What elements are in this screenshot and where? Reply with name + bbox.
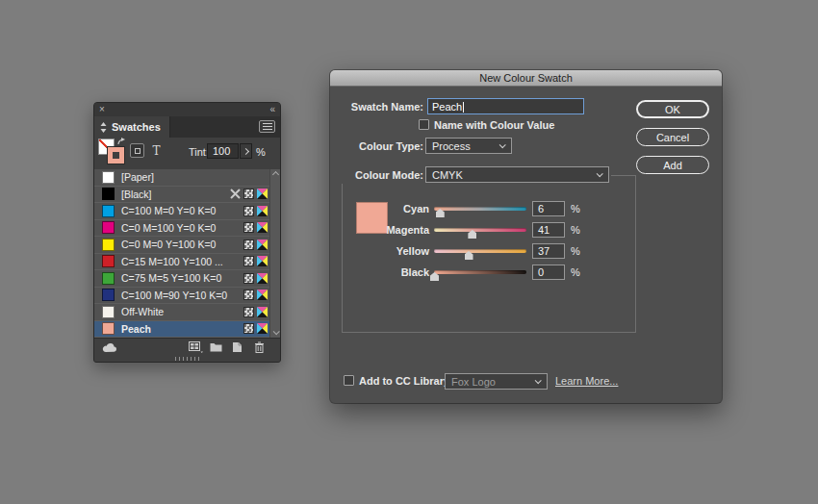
panel-collapse-icon[interactable]: «: [269, 105, 275, 114]
non-editable-icon: [230, 189, 241, 199]
cc-libraries-icon[interactable]: [102, 341, 118, 353]
colour-mode-value: CMYK: [432, 169, 463, 181]
swatch-views-icon[interactable]: [189, 341, 203, 353]
cmyk-icon: [257, 239, 268, 250]
swatch-row[interactable]: C=75 M=5 Y=100 K=0: [94, 270, 280, 288]
checkerboard-icon: [243, 206, 254, 216]
new-colour-group-icon[interactable]: [210, 341, 222, 352]
swatch-indicators: [243, 307, 268, 317]
formatting-affects-text-icon[interactable]: T: [149, 143, 164, 158]
channel-value-field[interactable]: 0: [532, 265, 565, 280]
cmyk-icon: [257, 256, 268, 266]
channel-value-field[interactable]: 6: [532, 201, 565, 216]
swatch-name: [Paper]: [121, 171, 268, 183]
chevron-down-icon: [535, 377, 542, 384]
swatch-indicators: [243, 239, 268, 250]
add-button[interactable]: Add: [636, 156, 709, 174]
new-swatch-icon[interactable]: [232, 341, 243, 353]
tab-label: Swatches: [112, 121, 161, 133]
swatch-name: C=75 M=5 Y=100 K=0: [121, 272, 243, 284]
swatch-chip: [102, 255, 115, 267]
swatch-list: [Paper] [Black] C=100 M=0 Y=0 K=0 C=0 M=…: [94, 169, 280, 338]
channel-unit: %: [571, 203, 580, 214]
swatch-name: C=0 M=0 Y=100 K=0: [121, 239, 243, 250]
checkerboard-icon: [243, 323, 254, 334]
channel-value-field[interactable]: 41: [532, 222, 565, 238]
swatch-row[interactable]: C=100 M=0 Y=0 K=0: [94, 203, 280, 220]
channel-label: Black: [349, 266, 429, 278]
checkerboard-icon: [243, 239, 254, 250]
swatch-chip: [102, 289, 115, 301]
swatch-chip: [102, 221, 115, 234]
checkerboard-icon: [243, 307, 254, 317]
channel-slider-track[interactable]: [434, 207, 526, 211]
panel-resize-grip[interactable]: [94, 356, 280, 362]
cc-library-dropdown[interactable]: Fox Logo: [445, 373, 548, 390]
swatch-indicators: [243, 290, 268, 300]
scroll-up-icon[interactable]: [271, 171, 278, 178]
swatch-chip: [102, 322, 115, 335]
checkerboard-icon: [243, 273, 254, 284]
swatch-name-value: Peach: [432, 101, 462, 113]
name-with-colour-value-checkbox[interactable]: [419, 119, 429, 130]
channel-slider-track[interactable]: [434, 249, 526, 253]
cmyk-icon: [257, 290, 268, 300]
ok-button[interactable]: OK: [636, 100, 709, 118]
swatches-panel: × « Swatches T Tint: 100 % [P: [93, 102, 281, 363]
swatch-row[interactable]: [Paper]: [94, 169, 280, 187]
tint-value-field[interactable]: 100: [207, 143, 239, 159]
swatch-list-rows: [Paper] [Black] C=100 M=0 Y=0 K=0 C=0 M=…: [94, 169, 280, 338]
swatch-row[interactable]: C=15 M=100 Y=100 ...: [94, 254, 280, 271]
cmyk-icon: [257, 323, 268, 334]
swatch-row[interactable]: Peach: [94, 321, 280, 339]
swatch-row[interactable]: C=0 M=100 Y=0 K=0: [94, 220, 280, 238]
swatch-row[interactable]: Off-White: [94, 304, 280, 321]
colour-mode-label: Colour Mode:: [330, 169, 423, 181]
cmyk-icon: [257, 206, 268, 216]
tab-swatches[interactable]: Swatches: [94, 116, 170, 138]
add-to-cc-library-checkbox[interactable]: [344, 375, 354, 386]
scroll-down-icon[interactable]: [272, 328, 279, 335]
swatch-row[interactable]: [Black]: [94, 187, 280, 204]
delete-swatch-icon[interactable]: [254, 341, 265, 353]
swatch-row[interactable]: C=0 M=0 Y=100 K=0: [94, 237, 280, 254]
tint-label: Tint:: [189, 146, 209, 158]
swatch-name: Peach: [121, 323, 243, 335]
channel-slider-track[interactable]: [434, 228, 526, 232]
stroke-proxy[interactable]: [108, 147, 124, 164]
swatch-name: C=100 M=90 Y=10 K=0: [121, 290, 243, 301]
swap-fill-stroke-icon[interactable]: [117, 138, 126, 146]
panel-cycle-icon: [100, 122, 107, 133]
panel-close-icon[interactable]: ×: [99, 105, 105, 114]
swatch-indicators: [243, 222, 268, 233]
cmyk-icon: [257, 189, 268, 199]
channel-unit: %: [571, 245, 580, 257]
swatch-indicators: [243, 256, 268, 266]
cancel-button[interactable]: Cancel: [636, 128, 709, 146]
tint-dropdown-button[interactable]: [240, 143, 252, 159]
channel-slider-track[interactable]: [434, 270, 526, 274]
learn-more-link[interactable]: Learn More...: [555, 375, 618, 387]
colour-mode-row: Colour Mode: CMYK: [330, 166, 611, 184]
checkerboard-icon: [243, 290, 254, 300]
channel-row: Magenta 41 %: [330, 222, 722, 241]
panel-menu-icon[interactable]: [259, 120, 275, 133]
swatch-row[interactable]: C=100 M=90 Y=10 K=0: [94, 288, 280, 305]
chevron-down-icon: [499, 141, 506, 148]
checkerboard-icon: [243, 222, 254, 233]
dialog-title[interactable]: New Colour Swatch: [330, 70, 722, 87]
colour-type-dropdown[interactable]: Process: [425, 138, 512, 154]
colour-mode-dropdown[interactable]: CMYK: [425, 166, 609, 183]
swatch-chip: [102, 306, 115, 318]
cc-library-value: Fox Logo: [451, 376, 496, 388]
panel-controls: T Tint: 100 %: [94, 138, 280, 169]
panel-title-strip: × «: [94, 103, 280, 116]
swatch-name: C=15 M=100 Y=100 ...: [121, 256, 243, 267]
colour-type-label: Colour Type:: [330, 140, 423, 152]
formatting-affects-container-icon[interactable]: [130, 143, 144, 158]
channel-value-field[interactable]: 37: [532, 243, 565, 259]
swatch-name-input[interactable]: Peach: [427, 98, 584, 114]
swatch-chip: [102, 205, 115, 217]
scrollbar[interactable]: [269, 169, 280, 338]
swatch-chip: [102, 272, 115, 285]
